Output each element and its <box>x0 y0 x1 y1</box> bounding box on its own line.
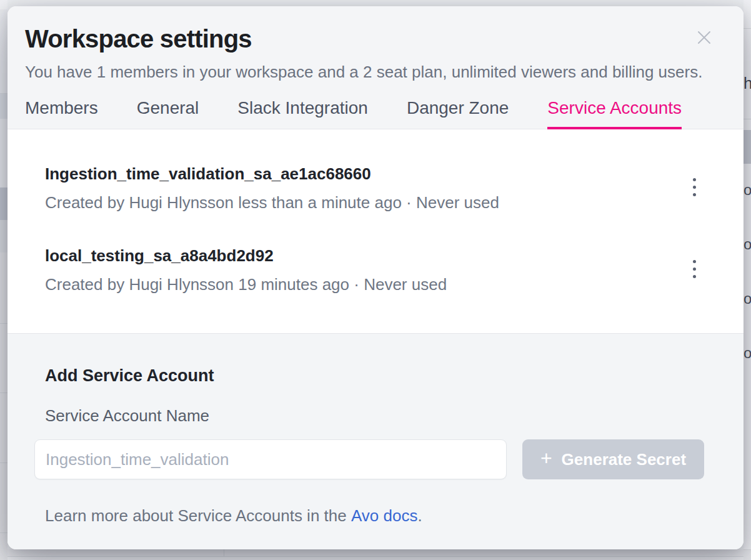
workspace-summary-text: You have 1 members in your workspace and… <box>25 62 702 82</box>
service-account-name: Ingestion_time_validation_sa_ae1ac68660 <box>45 163 499 184</box>
service-accounts-list: Ingestion_time_validation_sa_ae1ac68660 … <box>7 129 744 333</box>
kebab-icon <box>693 260 696 278</box>
close-button[interactable] <box>695 28 714 47</box>
kebab-icon <box>693 178 696 196</box>
settings-tab-bar: Members General Slack Integration Danger… <box>25 98 682 129</box>
service-account-info: local_testing_sa_a8a4bd2d92 Created by H… <box>45 245 447 294</box>
service-account-meta: Created by Hugi Hlynsson 19 minutes ago … <box>45 274 447 294</box>
avo-docs-link[interactable]: Avo docs <box>351 506 417 525</box>
generate-secret-label: Generate Secret <box>562 450 686 469</box>
add-service-account-section: Add Service Account Service Account Name… <box>7 333 744 549</box>
close-icon <box>695 39 714 49</box>
plus-icon: + <box>540 448 552 468</box>
tab-slack-integration[interactable]: Slack Integration <box>237 98 368 129</box>
background-text-fragment: or <box>744 344 751 362</box>
background-text-fragment: h <box>744 74 751 93</box>
service-account-name-label: Service Account Name <box>45 406 704 426</box>
service-account-name-input[interactable] <box>34 439 507 479</box>
service-account-menu-button[interactable] <box>684 255 705 282</box>
tab-members[interactable]: Members <box>25 98 98 129</box>
page-title: Workspace settings <box>25 25 252 53</box>
background-page-left-strip <box>0 0 7 560</box>
background-text-fragment: or <box>744 290 751 308</box>
background-page-right-strip: h or or or or <box>744 0 751 560</box>
service-account-name: local_testing_sa_a8a4bd2d92 <box>45 245 447 266</box>
screen: h or or or or Workspace settings You hav… <box>0 0 751 560</box>
generate-secret-button[interactable]: + Generate Secret <box>522 439 704 479</box>
learn-more-text: Learn more about Service Accounts in the… <box>45 506 704 526</box>
tab-general[interactable]: General <box>137 98 199 129</box>
service-account-info: Ingestion_time_validation_sa_ae1ac68660 … <box>45 163 499 212</box>
background-page-bottom-strip <box>0 549 751 560</box>
service-account-row: local_testing_sa_a8a4bd2d92 Created by H… <box>7 245 744 294</box>
add-service-account-form: + Generate Secret <box>34 439 704 479</box>
tab-danger-zone[interactable]: Danger Zone <box>407 98 509 129</box>
background-text-fragment: or <box>744 236 751 253</box>
tab-service-accounts[interactable]: Service Accounts <box>547 98 682 129</box>
service-account-menu-button[interactable] <box>684 173 705 201</box>
workspace-settings-modal: Workspace settings You have 1 members in… <box>7 6 744 549</box>
modal-header: Workspace settings You have 1 members in… <box>7 6 744 129</box>
background-text-fragment: or <box>744 181 751 199</box>
service-account-row: Ingestion_time_validation_sa_ae1ac68660 … <box>7 163 744 212</box>
add-service-account-heading: Add Service Account <box>45 366 704 386</box>
service-account-meta: Created by Hugi Hlynsson less than a min… <box>45 192 499 212</box>
